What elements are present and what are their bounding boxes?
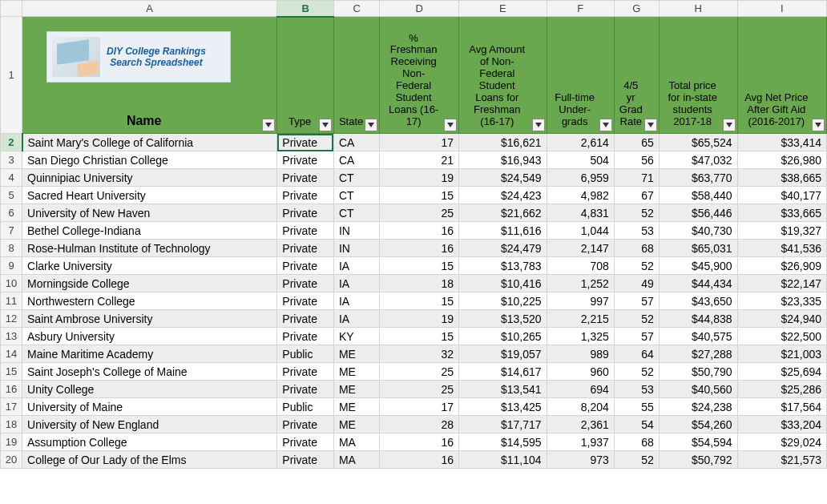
- cell-G13[interactable]: 57: [614, 328, 659, 345]
- header-cell-avg[interactable]: Avg Amount of Non-Federal Student Loans …: [458, 17, 547, 134]
- cell-C16[interactable]: ME: [333, 381, 379, 398]
- cell-I6[interactable]: $33,665: [737, 204, 826, 222]
- row-header-18[interactable]: 18: [1, 416, 22, 433]
- cell-G16[interactable]: 53: [614, 381, 659, 398]
- cell-H15[interactable]: $50,790: [659, 363, 737, 381]
- cell-A14[interactable]: Maine Maritime Academy: [22, 345, 277, 363]
- cell-G12[interactable]: 52: [614, 310, 659, 328]
- cell-E12[interactable]: $13,520: [458, 310, 547, 328]
- cell-G9[interactable]: 52: [614, 257, 659, 275]
- cell-D12[interactable]: 19: [380, 310, 459, 328]
- cell-H9[interactable]: $45,900: [659, 257, 737, 275]
- cell-H2[interactable]: $65,524: [659, 134, 737, 151]
- cell-F18[interactable]: 2,361: [547, 416, 614, 433]
- row-header-6[interactable]: 6: [1, 204, 22, 222]
- header-cell-name[interactable]: DIY College RankingsSearch SpreadsheetNa…: [22, 17, 277, 134]
- cell-C3[interactable]: CA: [333, 151, 379, 169]
- header-cell-ft[interactable]: Full-time Under-grads: [547, 17, 614, 134]
- cell-F2[interactable]: 2,614: [547, 134, 614, 151]
- cell-I9[interactable]: $26,909: [737, 257, 826, 275]
- cell-D19[interactable]: 16: [380, 433, 459, 451]
- cell-I17[interactable]: $17,564: [737, 398, 826, 416]
- cell-I20[interactable]: $21,573: [737, 451, 826, 469]
- cell-E9[interactable]: $13,783: [458, 257, 547, 275]
- row-header-4[interactable]: 4: [1, 169, 22, 187]
- header-cell-type[interactable]: Type: [277, 17, 334, 134]
- cell-C10[interactable]: IA: [333, 275, 379, 292]
- cell-B5[interactable]: Private: [277, 187, 334, 204]
- cell-D15[interactable]: 25: [380, 363, 459, 381]
- cell-H11[interactable]: $43,650: [659, 292, 737, 310]
- cell-C14[interactable]: ME: [333, 345, 379, 363]
- cell-D10[interactable]: 18: [380, 275, 459, 292]
- cell-I4[interactable]: $38,665: [737, 169, 826, 187]
- cell-D2[interactable]: 17: [380, 134, 459, 151]
- cell-F19[interactable]: 1,937: [547, 433, 614, 451]
- filter-button-avg[interactable]: [532, 119, 545, 131]
- cell-E19[interactable]: $14,595: [458, 433, 547, 451]
- cell-B19[interactable]: Private: [277, 433, 334, 451]
- cell-B15[interactable]: Private: [277, 363, 334, 381]
- row-header-12[interactable]: 12: [1, 310, 22, 328]
- cell-I18[interactable]: $33,204: [737, 416, 826, 433]
- cell-B17[interactable]: Public: [277, 398, 334, 416]
- row-header-20[interactable]: 20: [1, 451, 22, 469]
- cell-D16[interactable]: 25: [380, 381, 459, 398]
- cell-I2[interactable]: $33,414: [737, 134, 826, 151]
- cell-G18[interactable]: 54: [614, 416, 659, 433]
- cell-I8[interactable]: $41,536: [737, 240, 826, 257]
- row-header-16[interactable]: 16: [1, 381, 22, 398]
- cell-F14[interactable]: 989: [547, 345, 614, 363]
- cell-H17[interactable]: $24,238: [659, 398, 737, 416]
- column-header-I[interactable]: I: [737, 1, 826, 17]
- row-header-9[interactable]: 9: [1, 257, 22, 275]
- cell-D7[interactable]: 16: [380, 222, 459, 240]
- cell-B16[interactable]: Private: [277, 381, 334, 398]
- cell-I10[interactable]: $22,147: [737, 275, 826, 292]
- row-header-1[interactable]: 1: [1, 17, 22, 134]
- cell-D8[interactable]: 16: [380, 240, 459, 257]
- cell-H5[interactable]: $58,440: [659, 187, 737, 204]
- column-header-G[interactable]: G: [614, 1, 659, 17]
- cell-A3[interactable]: San Diego Christian College: [22, 151, 277, 169]
- cell-D6[interactable]: 25: [380, 204, 459, 222]
- row-header-3[interactable]: 3: [1, 151, 22, 169]
- filter-button-ft[interactable]: [599, 119, 612, 131]
- cell-G20[interactable]: 52: [614, 451, 659, 469]
- header-cell-net[interactable]: Avg Net Price After Gift Aid (2016-2017): [737, 17, 826, 134]
- cell-G5[interactable]: 67: [614, 187, 659, 204]
- cell-F7[interactable]: 1,044: [547, 222, 614, 240]
- cell-G6[interactable]: 52: [614, 204, 659, 222]
- cell-C4[interactable]: CT: [333, 169, 379, 187]
- cell-G8[interactable]: 68: [614, 240, 659, 257]
- cell-A15[interactable]: Saint Joseph's College of Maine: [22, 363, 277, 381]
- cell-G2[interactable]: 65: [614, 134, 659, 151]
- cell-E3[interactable]: $16,943: [458, 151, 547, 169]
- cell-F15[interactable]: 960: [547, 363, 614, 381]
- cell-B10[interactable]: Private: [277, 275, 334, 292]
- cell-G7[interactable]: 53: [614, 222, 659, 240]
- cell-E7[interactable]: $11,616: [458, 222, 547, 240]
- cell-D14[interactable]: 32: [380, 345, 459, 363]
- spreadsheet-grid[interactable]: ABCDEFGHI1DIY College RankingsSearch Spr…: [0, 0, 827, 469]
- cell-B6[interactable]: Private: [277, 204, 334, 222]
- cell-A5[interactable]: Sacred Heart University: [22, 187, 277, 204]
- cell-G14[interactable]: 64: [614, 345, 659, 363]
- cell-I5[interactable]: $40,177: [737, 187, 826, 204]
- row-header-14[interactable]: 14: [1, 345, 22, 363]
- cell-B4[interactable]: Private: [277, 169, 334, 187]
- filter-button-type[interactable]: [319, 119, 332, 131]
- cell-A8[interactable]: Rose-Hulman Institute of Technology: [22, 240, 277, 257]
- cell-A17[interactable]: University of Maine: [22, 398, 277, 416]
- cell-E10[interactable]: $10,416: [458, 275, 547, 292]
- cell-I14[interactable]: $21,003: [737, 345, 826, 363]
- cell-B2[interactable]: Private: [277, 134, 334, 151]
- row-header-15[interactable]: 15: [1, 363, 22, 381]
- cell-E2[interactable]: $16,621: [458, 134, 547, 151]
- row-header-11[interactable]: 11: [1, 292, 22, 310]
- filter-button-price[interactable]: [723, 119, 736, 131]
- column-header-H[interactable]: H: [659, 1, 737, 17]
- cell-C13[interactable]: KY: [333, 328, 379, 345]
- select-all-corner[interactable]: [1, 1, 22, 17]
- cell-C6[interactable]: CT: [333, 204, 379, 222]
